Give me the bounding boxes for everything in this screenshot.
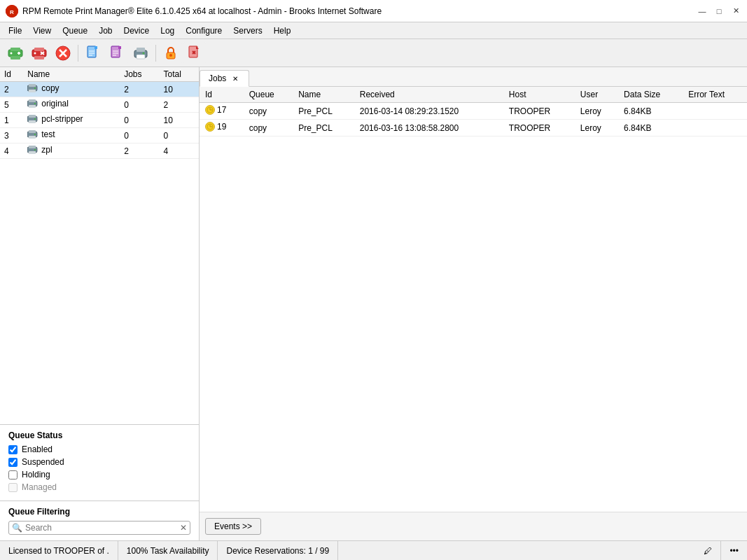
svg-rect-30	[137, 48, 145, 52]
svg-rect-45	[29, 105, 36, 108]
svg-rect-3	[11, 48, 20, 51]
events-button[interactable]: Events >>	[205, 518, 261, 535]
svg-text:R: R	[10, 9, 14, 15]
status-icon-area: 🖊	[695, 541, 721, 560]
jobs-col-name: Name	[293, 87, 354, 103]
jobs-col-id: Id	[200, 87, 244, 103]
svg-rect-56	[29, 146, 36, 148]
delete-queue-button[interactable]	[28, 42, 50, 64]
queue-status-checkbox-suspended[interactable]	[8, 458, 18, 467]
jobs-thead: IdQueueNameReceivedHostUserData SizeErro…	[200, 87, 747, 103]
maximize-button[interactable]: □	[713, 6, 725, 17]
svg-rect-52	[29, 130, 36, 133]
queue-row[interactable]: 5 original 0 2	[0, 97, 199, 113]
menu-log[interactable]: Log	[155, 22, 180, 38]
print-button[interactable]	[130, 42, 152, 64]
menu-queue[interactable]: Queue	[57, 22, 93, 38]
toolbar-separator-1	[78, 45, 78, 62]
queue-status-checkbox-managed	[8, 483, 18, 492]
queue-status-checkbox-row: Holding	[8, 470, 190, 479]
tab-jobs-label: Jobs	[209, 74, 226, 83]
status-dots: •••	[721, 541, 747, 560]
title-bar: R RPM Remote Print Manager® Elite 6.1.0.…	[0, 0, 747, 22]
jobs-col-data-size: Data Size	[618, 87, 683, 103]
job-row[interactable]: 19 copy Pre_PCL 2016-03-16 13:08:58.2800…	[200, 120, 747, 136]
queue-status-checkbox-enabled[interactable]	[8, 445, 18, 454]
svg-point-46	[34, 103, 36, 104]
queue-status-checkbox-row: Enabled	[8, 444, 190, 454]
queue-status-checkbox-row: Suspended	[8, 457, 190, 467]
svg-rect-19	[95, 46, 97, 49]
minimize-button[interactable]: —	[697, 6, 708, 17]
tab-jobs-close[interactable]: ✕	[230, 74, 240, 83]
menu-job[interactable]: Job	[93, 22, 118, 38]
feather-icon: 🖊	[704, 546, 712, 556]
svg-point-5	[11, 52, 13, 54]
search-wrapper: 🔍 ✕	[8, 521, 190, 535]
menu-help[interactable]: Help	[268, 22, 297, 38]
search-icon: 🔍	[12, 523, 22, 533]
toolbar-separator-2	[155, 45, 156, 62]
app-title: RPM Remote Print Manager® Elite 6.1.0.42…	[22, 6, 382, 16]
queue-status-label: Managed	[22, 482, 57, 492]
svg-point-50	[34, 118, 36, 120]
svg-rect-49	[29, 120, 36, 123]
main-content: Id Name Jobs Total 2 copy	[0, 67, 747, 540]
left-panel: Id Name Jobs Total 2 copy	[0, 67, 200, 540]
svg-rect-25	[118, 46, 121, 49]
queue-status-label: Enabled	[22, 444, 53, 454]
title-bar-controls: — □ ✕	[697, 6, 741, 17]
svg-rect-44	[29, 99, 36, 102]
status-bar: Licensed to TROOPER of . 100% Task Avail…	[0, 540, 747, 560]
queue-filtering-title: Queue Filtering	[8, 507, 190, 517]
menu-view[interactable]: View	[27, 22, 57, 38]
job-properties-button[interactable]	[106, 42, 128, 64]
stop-queue-button[interactable]	[52, 42, 74, 64]
tab-bar: Jobs ✕	[200, 67, 747, 87]
svg-point-11	[34, 52, 36, 54]
jobs-col-error-text: Error Text	[683, 87, 747, 103]
queue-tbody: 2 copy 2 10 5	[0, 82, 199, 159]
svg-rect-57	[29, 151, 36, 154]
menu-device[interactable]: Device	[118, 22, 155, 38]
queue-row[interactable]: 2 copy 2 10	[0, 82, 199, 97]
queue-row[interactable]: 1 pcl-stripper 0 10	[0, 113, 199, 128]
queue-row[interactable]: 3 test 0 0	[0, 128, 199, 144]
add-queue-button[interactable]	[4, 42, 27, 64]
queue-row[interactable]: 4 zpl 2 4	[0, 144, 199, 159]
search-input[interactable]	[25, 523, 177, 533]
svg-rect-10	[34, 56, 44, 59]
properties-button[interactable]	[82, 42, 104, 64]
queue-table: Id Name Jobs Total 2 copy	[0, 67, 199, 159]
queue-status-checkbox-row: Managed	[8, 482, 190, 492]
queue-status-label: Holding	[22, 470, 50, 479]
menu-file[interactable]: File	[3, 22, 27, 38]
col-name: Name	[23, 67, 120, 82]
tab-jobs[interactable]: Jobs ✕	[200, 70, 249, 87]
svg-rect-48	[29, 115, 36, 118]
svg-point-42	[34, 88, 36, 89]
svg-rect-40	[29, 84, 36, 87]
menu-configure[interactable]: Configure	[180, 22, 228, 38]
queue-status-checkboxes: EnabledSuspendedHoldingManaged	[8, 444, 190, 492]
queue-status-section: Queue Status EnabledSuspendedHoldingMana…	[0, 425, 199, 501]
col-jobs: Jobs	[120, 67, 159, 82]
svg-rect-53	[29, 136, 36, 139]
jobs-table: IdQueueNameReceivedHostUserData SizeErro…	[200, 87, 747, 136]
close-button[interactable]: ✕	[730, 6, 741, 17]
svg-rect-31	[137, 55, 145, 59]
jobs-area: IdQueueNameReceivedHostUserData SizeErro…	[200, 87, 747, 512]
queue-status-checkbox-holding[interactable]	[8, 470, 18, 479]
lock-button[interactable]	[160, 42, 182, 64]
toolbar	[0, 39, 747, 67]
delete-job-button[interactable]	[183, 42, 206, 64]
menu-servers[interactable]: Servers	[228, 22, 267, 38]
status-license: Licensed to TROOPER of .	[0, 541, 118, 560]
search-clear-button[interactable]: ✕	[180, 523, 187, 533]
queue-status-label: Suspended	[22, 457, 64, 467]
app-logo: R	[6, 5, 18, 18]
title-bar-left: R RPM Remote Print Manager® Elite 6.1.0.…	[6, 5, 382, 18]
jobs-col-host: Host	[503, 87, 575, 103]
status-device-reservations: Device Reservations: 1 / 99	[218, 541, 338, 560]
job-row[interactable]: 17 copy Pre_PCL 2016-03-14 08:29:23.1520…	[200, 103, 747, 120]
